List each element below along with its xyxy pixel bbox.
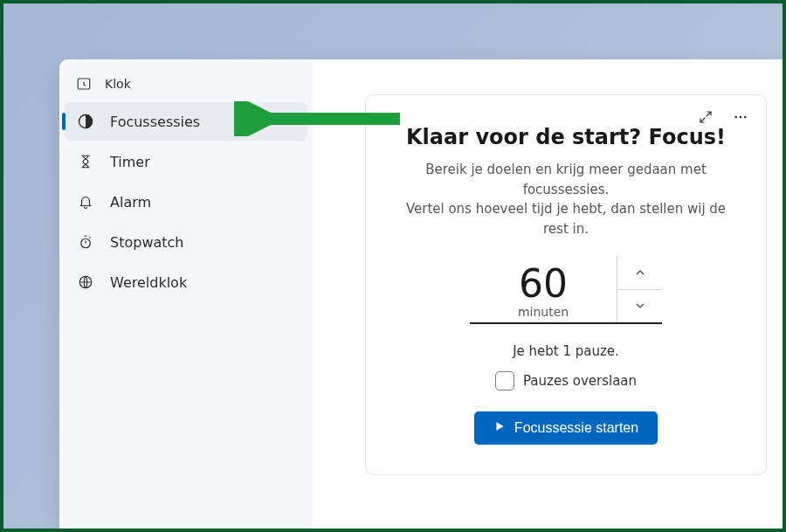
duration-decrease-button[interactable] [617, 290, 662, 323]
focus-start-card: Klaar voor de start? Focus! Bereik je do… [365, 94, 767, 475]
duration-unit: minuten [470, 305, 617, 319]
focus-subtext-line1: Bereik je doelen en krijg meer gedaan me… [396, 160, 736, 199]
skip-breaks-row: Pauzes overslaan [396, 371, 736, 390]
svg-point-4 [734, 116, 737, 119]
sidebar-item-label: Wereldklok [110, 274, 187, 291]
sidebar-item-focussessies[interactable]: Focussessies [65, 102, 307, 141]
sidebar-item-timer[interactable]: Timer [65, 142, 307, 181]
bell-icon [77, 193, 94, 211]
break-info: Je hebt 1 pauze. [396, 343, 736, 359]
start-focus-button[interactable]: Focussessie starten [474, 411, 658, 445]
clock-app-icon [75, 75, 93, 93]
focus-subtext: Bereik je doelen en krijg meer gedaan me… [396, 160, 736, 238]
app-title: Klok [105, 77, 131, 91]
clock-app-window: Klok Focussessies Timer Alarm Stopwatch [59, 59, 783, 529]
sidebar-item-stopwatch[interactable]: Stopwatch [65, 223, 307, 261]
focus-icon [77, 113, 94, 130]
duration-value: 60 [470, 265, 617, 303]
globe-icon [77, 273, 94, 291]
focus-subtext-line2: Vertel ons hoeveel tijd je hebt, dan ste… [396, 199, 736, 238]
sidebar-item-alarm[interactable]: Alarm [65, 183, 307, 221]
skip-breaks-label: Pauzes overslaan [523, 373, 637, 389]
duration-increase-button[interactable] [617, 256, 662, 290]
stopwatch-icon [77, 233, 94, 251]
sidebar-item-label: Stopwatch [110, 234, 183, 251]
svg-point-5 [740, 116, 742, 119]
card-actions [691, 104, 755, 130]
start-focus-label: Focussessie starten [514, 420, 638, 436]
sidebar-item-wereldklok[interactable]: Wereldklok [65, 263, 307, 301]
more-options-button[interactable] [726, 104, 755, 130]
sidebar-item-label: Alarm [110, 194, 151, 211]
duration-display[interactable]: 60 minuten [470, 256, 617, 322]
app-title-row: Klok [59, 66, 313, 101]
stepper-buttons [617, 256, 662, 322]
skip-breaks-checkbox[interactable] [495, 371, 514, 390]
play-icon [493, 420, 506, 436]
focus-headline: Klaar voor de start? Focus! [396, 125, 736, 149]
sidebar: Klok Focussessies Timer Alarm Stopwatch [59, 59, 313, 529]
main-content: Klaar voor de start? Focus! Bereik je do… [313, 59, 783, 529]
hourglass-icon [77, 153, 94, 170]
sidebar-item-label: Timer [110, 154, 150, 170]
sidebar-item-label: Focussessies [110, 114, 200, 130]
duration-stepper: 60 minuten [470, 256, 662, 324]
svg-point-6 [744, 116, 747, 119]
compact-view-button[interactable] [691, 104, 720, 130]
